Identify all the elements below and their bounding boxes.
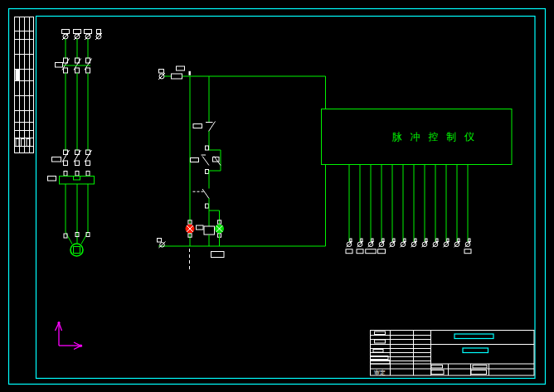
wire-tag [64, 172, 67, 177]
controller-output [390, 165, 396, 248]
incoming-terminal [62, 30, 70, 41]
junction-tick [189, 71, 191, 75]
field-tag [473, 365, 487, 369]
motor-square [74, 247, 80, 254]
output-terminal-tick [458, 239, 459, 242]
wire-tag [206, 204, 209, 208]
motor-wire-right [81, 232, 88, 244]
strip-cell-tag [22, 139, 25, 147]
title-block: 审定 [371, 331, 535, 376]
wire-tag [206, 170, 209, 174]
output-terminal-tag [378, 249, 386, 254]
switch-contact [75, 68, 80, 73]
controller-outputs [346, 165, 471, 254]
terminal-tag [159, 70, 164, 74]
thermal-overload-relay [48, 177, 95, 185]
contact-label-box [191, 158, 199, 162]
ucs-icon [56, 322, 83, 350]
contactor-contact [75, 161, 80, 166]
controller-output [411, 165, 417, 248]
cad-canvas[interactable]: 脉 冲 控 制 仪 审定 [0, 0, 554, 392]
control-circuit [158, 66, 326, 270]
output-terminal-tick [382, 239, 384, 242]
controller-output [346, 165, 352, 254]
approver-label: 审定 [374, 370, 386, 376]
controller-output [464, 165, 471, 254]
output-terminal-tag [357, 249, 363, 254]
contact-blade [209, 122, 216, 132]
motor-circle [70, 244, 83, 256]
highlight-bar [454, 334, 493, 339]
wire-tag [86, 172, 90, 177]
contact-blade [202, 189, 209, 199]
output-terminal-tick [425, 239, 427, 242]
output-terminal-tick [415, 239, 416, 242]
output-terminal-tick [361, 239, 362, 242]
field-tag [375, 332, 386, 335]
controller-output [378, 165, 386, 254]
controller-output [357, 165, 363, 254]
terminal-tag [62, 30, 70, 34]
fuse-body [172, 74, 182, 79]
strip-filled-cell [16, 70, 21, 80]
annotation-box [211, 252, 225, 258]
contactor-coil [197, 225, 215, 235]
power-circuit [48, 30, 103, 257]
contact-blade [214, 157, 221, 166]
field-tag [375, 340, 386, 343]
coil-body [204, 226, 215, 235]
contact-label-box [193, 124, 202, 128]
switch-contact [64, 68, 68, 73]
output-terminal-tick [447, 239, 449, 242]
start-button-no [191, 155, 210, 166]
contactor-contact [64, 161, 68, 166]
strip-cell-tag [16, 139, 19, 147]
coil-label-box [197, 225, 204, 230]
terminal-tag [158, 239, 162, 243]
contactor-label-box [52, 157, 61, 162]
contactor-contact [86, 161, 90, 166]
pulse-controller: 脉 冲 控 制 仪 [322, 76, 513, 254]
field-tag [373, 350, 383, 353]
ucs-x-tip [80, 345, 82, 347]
output-terminal-tick [393, 239, 395, 242]
output-terminal-tag [366, 249, 377, 254]
wire-tag [206, 146, 209, 150]
field-tag [431, 365, 443, 369]
controller-output [433, 165, 439, 248]
field-tag [471, 370, 487, 375]
output-terminal-tick [372, 239, 373, 242]
schematic-drawing: 脉 冲 控 制 仪 审定 [0, 0, 554, 392]
ucs-y-tip [57, 322, 60, 324]
controller-output [401, 165, 406, 248]
drawing-frame [9, 9, 546, 385]
controller-label: 脉 冲 控 制 仪 [392, 131, 477, 143]
motor-symbol [70, 244, 83, 256]
wire-tag [75, 172, 79, 177]
left-margin-strip [15, 17, 34, 153]
controller-output [454, 165, 460, 248]
outer-border [9, 9, 546, 385]
output-terminal-tick [350, 239, 352, 242]
incoming-terminal [74, 30, 81, 41]
output-terminal-tag [346, 249, 352, 254]
terminal-tag [74, 30, 81, 34]
contactor-aux-contact [213, 157, 221, 166]
incoming-terminal [95, 30, 102, 41]
control-terminal [158, 70, 165, 80]
controller-output [366, 165, 377, 254]
terminal-tag [97, 30, 101, 34]
highlight-bar [463, 348, 488, 353]
output-terminal-tick [436, 239, 438, 242]
stop-button-nc [193, 122, 216, 132]
controller-output [422, 165, 428, 248]
fuse-label-box [177, 66, 185, 70]
overload-label-box [48, 177, 56, 181]
output-terminal-tick [404, 239, 406, 242]
phase-poles [62, 30, 103, 240]
fuse-symbol [172, 66, 185, 79]
overload-notch [74, 177, 80, 181]
inner-border [36, 17, 536, 379]
output-terminal-tick [469, 239, 470, 242]
field-tag [431, 370, 444, 375]
